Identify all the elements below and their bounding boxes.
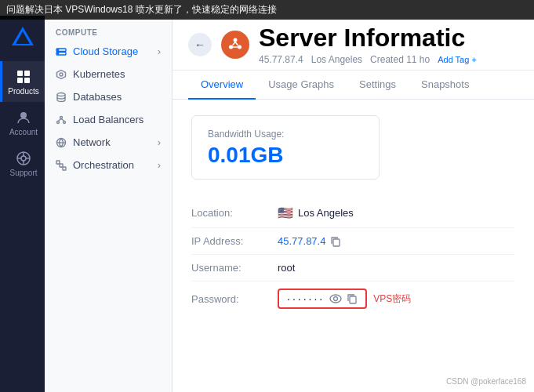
- vps-label: VPS密码: [373, 292, 411, 306]
- back-icon: ←: [194, 38, 205, 51]
- overview-content: Bandwidth Usage: 0.01GB Location: 🇺🇸 Los…: [173, 100, 534, 392]
- info-table: Location: 🇺🇸 Los Angeles IP Address: 45.…: [191, 198, 515, 316]
- tab-overview[interactable]: Overview: [188, 71, 256, 100]
- svg-rect-29: [63, 167, 66, 170]
- sidebar-item-support[interactable]: Support: [0, 143, 45, 183]
- info-row-location: Location: 🇺🇸 Los Angeles: [191, 198, 515, 228]
- toggle-password-button[interactable]: [329, 294, 342, 303]
- main-content: ← Server Informatic: [173, 16, 534, 392]
- nav-bar: Products Account: [0, 16, 45, 392]
- server-header: ← Server Informatic: [173, 16, 534, 71]
- server-info: Server Informatic 45.77.87.4 Los Angeles…: [259, 24, 477, 65]
- sidebar-item-databases[interactable]: Databases: [45, 85, 172, 108]
- sidebar-network-label: Network: [73, 136, 111, 148]
- username-label: Username:: [191, 262, 278, 274]
- chevron-icon: ›: [158, 45, 161, 57]
- nav-account-label: Account: [9, 128, 38, 136]
- back-button[interactable]: ←: [188, 33, 212, 56]
- tab-usage-graphs[interactable]: Usage Graphs: [256, 71, 347, 100]
- svg-point-19: [57, 93, 65, 96]
- tabs-bar: Overview Usage Graphs Settings Snapshots: [173, 71, 534, 100]
- svg-rect-27: [56, 161, 60, 164]
- svg-marker-17: [57, 70, 66, 78]
- bandwidth-value: 0.01GB: [208, 143, 363, 168]
- orchestration-chevron-icon: ›: [158, 159, 161, 171]
- password-field-wrapper: ·······: [278, 289, 367, 309]
- sidebar-item-products[interactable]: Products: [0, 61, 45, 102]
- server-created: Created 11 ho: [370, 54, 430, 65]
- svg-rect-5: [24, 78, 30, 83]
- sidebar-item-load-balancers[interactable]: Load Balancers: [45, 108, 172, 131]
- svg-line-23: [58, 118, 61, 121]
- copy-password-button[interactable]: [347, 293, 358, 304]
- svg-point-33: [234, 38, 238, 42]
- sidebar-orchestration-label: Orchestration: [73, 159, 134, 171]
- svg-point-35: [229, 45, 233, 49]
- sidebar: Compute Cloud Storage › Kubernetes: [45, 16, 173, 392]
- sidebar-section-title: Compute: [45, 22, 172, 40]
- tab-settings[interactable]: Settings: [347, 71, 409, 100]
- sidebar-item-orchestration[interactable]: Orchestration ›: [45, 154, 172, 176]
- svg-point-20: [60, 116, 63, 118]
- username-value: root: [278, 262, 295, 274]
- title-bar: 问题解决日本 VPSWindows18 喷水更新了，快速稳定的网络连接: [0, 0, 534, 20]
- network-chevron-icon: ›: [158, 136, 161, 148]
- svg-point-8: [21, 156, 26, 161]
- svg-point-41: [334, 297, 338, 301]
- sidebar-item-network[interactable]: Network ›: [45, 131, 172, 154]
- location-value: 🇺🇸 Los Angeles: [278, 205, 354, 220]
- ip-value: 45.77.87.4: [278, 235, 341, 247]
- server-os-icon: [221, 31, 249, 59]
- location-label: Location:: [191, 207, 278, 219]
- svg-rect-3: [24, 71, 30, 76]
- svg-point-40: [330, 295, 341, 303]
- ip-text: 45.77.87.4: [278, 235, 325, 247]
- password-dots: ·······: [287, 292, 325, 305]
- svg-rect-2: [17, 71, 23, 76]
- copy-ip-button[interactable]: [330, 236, 341, 247]
- nav-support-label: Support: [9, 169, 37, 177]
- info-row-username: Username: root: [191, 255, 515, 281]
- location-text: Los Angeles: [298, 207, 354, 219]
- sidebar-kubernetes-label: Kubernetes: [73, 68, 125, 80]
- nav-products-label: Products: [8, 87, 38, 96]
- add-tag-button[interactable]: Add Tag +: [438, 55, 477, 64]
- info-row-password: Password: ·······: [191, 281, 515, 316]
- svg-rect-4: [17, 78, 23, 83]
- svg-point-34: [238, 45, 242, 49]
- ip-label: IP Address:: [191, 235, 278, 247]
- svg-point-21: [57, 121, 60, 123]
- bandwidth-label: Bandwidth Usage:: [208, 129, 363, 140]
- svg-point-15: [57, 49, 58, 50]
- us-flag-icon: 🇺🇸: [278, 205, 293, 220]
- logo: [9, 24, 37, 52]
- svg-point-22: [64, 121, 66, 123]
- svg-rect-39: [333, 239, 340, 246]
- svg-line-24: [61, 118, 64, 121]
- svg-rect-42: [350, 296, 356, 303]
- svg-point-18: [60, 73, 63, 76]
- password-label: Password:: [191, 293, 278, 305]
- sidebar-item-account[interactable]: Account: [0, 102, 45, 143]
- info-row-ip: IP Address: 45.77.87.4: [191, 228, 515, 255]
- bandwidth-card: Bandwidth Usage: 0.01GB: [191, 115, 380, 180]
- username-text: root: [278, 262, 295, 274]
- sidebar-load-balancers-label: Load Balancers: [73, 114, 143, 125]
- tab-snapshots[interactable]: Snapshots: [409, 71, 481, 100]
- server-name: Server Informatic: [259, 24, 477, 53]
- server-location: Los Angeles: [311, 54, 362, 65]
- sidebar-cloud-storage-label: Cloud Storage: [73, 45, 138, 57]
- sidebar-databases-label: Databases: [73, 91, 122, 103]
- svg-point-16: [57, 53, 58, 53]
- svg-point-6: [20, 112, 27, 118]
- sidebar-item-kubernetes[interactable]: Kubernetes: [45, 63, 172, 85]
- svg-rect-28: [60, 164, 63, 167]
- sidebar-item-cloud-storage[interactable]: Cloud Storage ›: [45, 40, 172, 63]
- title-bar-text: 问题解决日本 VPSWindows18 喷水更新了，快速稳定的网络连接: [6, 4, 277, 15]
- server-ip: 45.77.87.4: [259, 54, 303, 65]
